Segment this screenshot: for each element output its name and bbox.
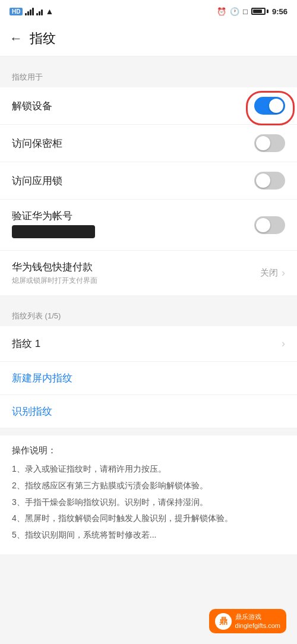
watermark-text: 鼎乐游戏 dinglefgifts.com [235,613,280,630]
setting-row-unlock: 解锁设备 [0,87,297,125]
instruction-3: 3、手指干燥会影响指纹识别。识别时，请保持湿润。 [12,495,285,510]
hd-badge: HD [10,8,23,15]
instruction-1: 1、录入或验证指纹时，请稍许用力按压。 [12,462,285,476]
safe-toggle[interactable] [254,134,285,152]
applock-label: 访问应用锁 [12,174,62,188]
watermark: 鼎 鼎乐游戏 dinglefgifts.com [209,609,286,633]
fingerprint-item-1[interactable]: 指纹 1 › [0,326,297,362]
instruction-2: 2、指纹感应区有第三方贴膜或污渍会影响解锁体验。 [12,479,285,493]
huawei-pay-label: 华为钱包快捷付款 [12,260,97,274]
time: 9:56 [272,7,287,16]
wifi-icon: ▲ [45,7,53,16]
chevron-icon: › [282,267,285,279]
applock-toggle[interactable] [254,172,285,190]
new-fingerprint-button[interactable]: 新建屏内指纹 [0,362,297,395]
huawei-account-toggle[interactable] [254,216,285,234]
status-right: ⏰ 🕐 □ 9:56 [217,7,287,16]
huawei-pay-sublabel: 熄屏或锁屏时打开支付界面 [12,276,97,286]
battery [251,8,268,15]
status-bar: HD ▲ ⏰ 🕐 □ 9:56 [0,0,297,21]
safe-label: 访问保密柜 [12,137,62,150]
fingerprint-list-section: 指纹列表 (1/5) 指纹 1 › 新建屏内指纹 识别指纹 [0,302,297,428]
back-button[interactable]: ← [10,31,23,46]
huawei-pay-right: 关闭 › [260,267,285,279]
identify-fingerprint-button[interactable]: 识别指纹 [0,395,297,428]
setting-row-huawei-pay[interactable]: 华为钱包快捷付款 熄屏或锁屏时打开支付界面 关闭 › [0,251,297,295]
fingerprint-usage-section: 指纹用于 解锁设备 访问保密柜 访问应用锁 验证华为帐号 [0,64,297,295]
volume-icon: □ [243,7,248,16]
page-header: ← 指纹 [0,21,297,56]
watermark-line1: 鼎乐游戏 [235,613,280,621]
watermark-icon: 鼎 [215,613,232,630]
huawei-pay-value: 关闭 [260,267,278,279]
fingerprint-1-label: 指纹 1 [12,337,40,351]
section-label-used-for: 指纹用于 [0,64,297,87]
instruction-5: 5、指纹识别期间，系统将暂时修改若... [12,528,285,542]
instruction-4: 4、黑屏时，指纹解锁会同时触发人脸识别，提升解锁体验。 [12,512,285,526]
setting-row-applock: 访问应用锁 [0,162,297,200]
instructions-title: 操作说明： [12,445,285,456]
instructions-section: 操作说明： 1、录入或验证指纹时，请稍许用力按压。 2、指纹感应区有第三方贴膜或… [0,435,297,554]
alarm-icon: ⏰ [217,7,226,16]
redacted-bar [12,225,95,238]
huawei-account-label: 验证华为帐号 [12,210,72,222]
watermark-line2: dinglefgifts.com [235,621,280,630]
fingerprint-list-label: 指纹列表 (1/5) [0,302,297,326]
signal-bars-2 [36,7,43,15]
fingerprint-chevron-icon: › [282,337,285,350]
setting-row-safe: 访问保密柜 [0,125,297,162]
clock-icon: 🕐 [230,7,239,16]
identify-fingerprint-label: 识别指纹 [12,406,52,417]
unlock-toggle[interactable] [254,97,285,115]
unlock-label: 解锁设备 [12,99,52,113]
setting-row-huawei-account: 验证华为帐号 [0,200,297,251]
status-left: HD ▲ [10,7,53,16]
toggle-highlight [254,97,285,115]
page-title: 指纹 [30,30,56,48]
new-fingerprint-label: 新建屏内指纹 [12,372,72,384]
signal-bars [25,7,34,15]
